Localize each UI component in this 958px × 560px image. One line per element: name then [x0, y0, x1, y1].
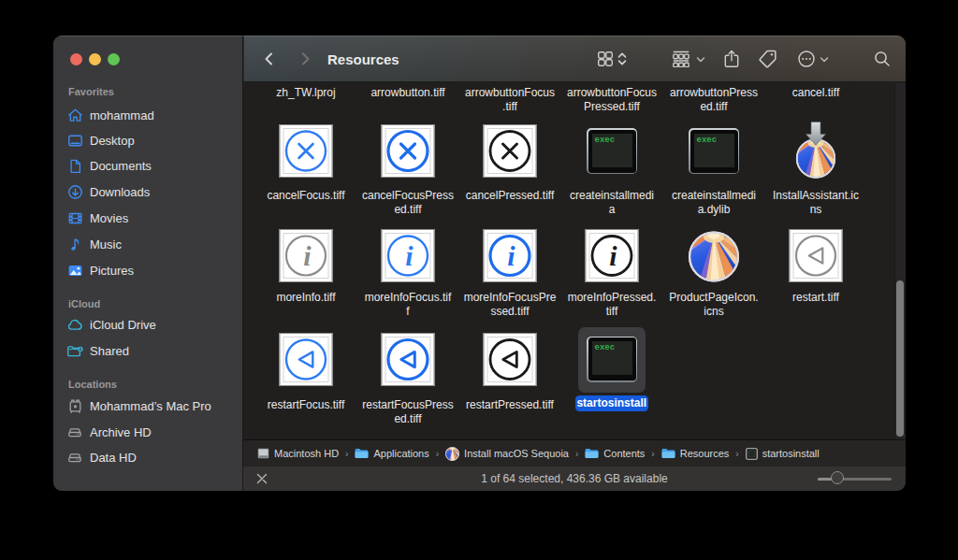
svg-text:i: i	[609, 240, 617, 271]
svg-text:i: i	[405, 240, 414, 271]
svg-text:i: i	[507, 240, 515, 271]
svg-text:i: i	[303, 240, 312, 271]
